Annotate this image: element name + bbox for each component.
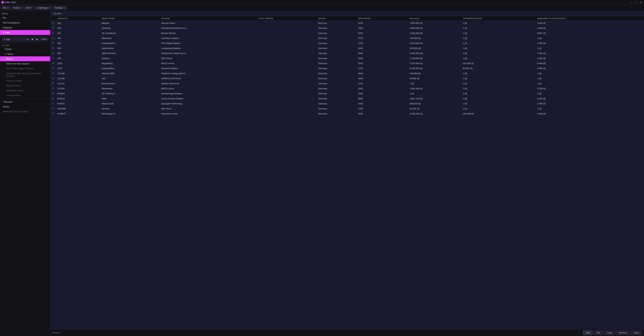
sidebar-item-history[interactable]: History [0, 104, 50, 109]
table-row[interactable]: 101149 Viktoria 1889 Friedrich-Ludwig-Ja… [50, 71, 644, 76]
minimize-button[interactable]: ─ [630, 1, 633, 4]
sidebar-item-test-competitions[interactable]: Test Competitions [0, 20, 50, 25]
table-row[interactable]: 879516 Halle Leuna Chemie Stadion German… [50, 96, 644, 101]
row-radio-4[interactable] [50, 41, 56, 46]
row-region-9 [256, 66, 316, 71]
settings-menu-button[interactable]: Settings ▼ [52, 6, 67, 10]
sidebar-item-registered-teams[interactable]: Registered Teams [0, 88, 50, 93]
league-clear-button[interactable]: Clear [40, 37, 48, 41]
col-stadium[interactable]: STADIUM [160, 17, 256, 21]
table-row[interactable]: 965 Zwickau GGZ Arena Germany 4400 2,140… [50, 56, 644, 61]
swap-button[interactable]: Swap [604, 330, 615, 335]
row-rep-14: 4000 [356, 91, 408, 96]
row-radio-9[interactable] [50, 66, 56, 71]
sidebar-item-teams-for-next-season[interactable]: Teams For Next Season [0, 61, 50, 66]
add-button[interactable]: Add [583, 330, 592, 335]
sidebar-item-reserve-teams[interactable]: Reserve Teams [0, 83, 50, 88]
row-radio-18[interactable] [50, 111, 56, 116]
sidebar-item-file[interactable]: File [0, 16, 50, 20]
table-row[interactable]: 8709077 Würzburger K. Flyeralarm Arena G… [50, 111, 644, 116]
col-short-name[interactable]: SHORT NAME [100, 17, 160, 21]
row-radio-16[interactable] [50, 101, 56, 106]
row-radio-15[interactable] [50, 96, 56, 101]
row-radio-12[interactable] [50, 81, 56, 86]
close-button[interactable]: ✕ [639, 1, 643, 4]
col-balance[interactable]: BALANCE [408, 17, 461, 21]
row-short-15: Halle [100, 96, 160, 101]
maximize-button[interactable]: □ [634, 1, 638, 4]
row-radio-8[interactable] [50, 61, 56, 66]
row-radio-1[interactable] [50, 26, 56, 31]
clear-button[interactable]: Clear [631, 330, 642, 335]
sidebar-item-alt-div[interactable]: Alternative Division Levels [0, 109, 50, 114]
sidebar-item-average-points[interactable]: Average Points [0, 93, 50, 98]
table-row[interactable]: 955 1860 München Städtisches Stadion an … [50, 51, 644, 56]
table-row[interactable]: 937 VfL Osnabrück Bremer Brücke Germany … [50, 31, 644, 36]
sidebar-item-teams-secondary[interactable]: Teams (Secondary Division) [0, 66, 50, 71]
row-radio-5[interactable] [50, 46, 56, 51]
sidebar-item-3liga[interactable]: 3. Liga [0, 30, 50, 35]
edit-menu-button[interactable]: Edit ▼ [24, 6, 34, 10]
col-transfer-budget[interactable]: TRANSFER BUDGET [461, 17, 536, 21]
row-radio-17[interactable] [50, 106, 56, 111]
row-nation-11: Germany [316, 76, 356, 81]
col-local-region[interactable]: LOCAL REGION [256, 17, 316, 21]
sidebar-item-teams-next-secondary[interactable]: Teams For Next Season (Secondary Divisio… [0, 71, 50, 78]
row-transfer-6: 1 (€) [461, 51, 536, 56]
row-stadium-2: Bremer Brücke [160, 31, 256, 36]
row-wage-0: 2,000 (€) [536, 21, 644, 26]
row-wage-17: 1 (€) [536, 106, 644, 111]
row-radio-6[interactable] [50, 51, 56, 56]
table-row[interactable]: 879643 Viktoria Köln Sportpark Höhenberg… [50, 101, 644, 106]
table-row[interactable]: 876844 SC Freiburg II Schwarzwald-Stadio… [50, 91, 644, 96]
col-nation[interactable]: NATION [316, 17, 356, 21]
rules-menu-button[interactable]: Rules ▼ [11, 6, 24, 10]
row-radio-7[interactable] [50, 56, 56, 61]
league-dropdown[interactable]: 3. Liga [2, 37, 29, 42]
app-icon [1, 1, 4, 4]
remove-button[interactable]: Remove [616, 330, 630, 335]
row-radio-13[interactable] [50, 86, 56, 91]
row-radio-14[interactable] [50, 91, 56, 96]
table-row[interactable]: 121208 Wiesbaden BRITA-Arena Germany 500… [50, 86, 644, 91]
row-balance-6: 4,549,999 (€) [408, 51, 461, 56]
sidebar-item-records[interactable]: ›Records [0, 99, 50, 104]
table-row[interactable]: 121196 Verl SPORTCLUB Arena Germany 4150… [50, 76, 644, 81]
teams-table-container[interactable]: UNIQUE ID SHORT NAME STADIUM LOCAL REGIO… [50, 17, 644, 329]
table-row[interactable]: 945 Kaiserslautern Fritz-Walter-Stadion … [50, 41, 644, 46]
sidebar-item-teams[interactable]: Teams [0, 56, 50, 61]
table-row[interactable]: 2233 Magdeburg MDCC-Arena Germany 5000 3… [50, 61, 644, 66]
row-radio-10[interactable] [50, 71, 56, 76]
row-id-4: 945 [56, 41, 100, 46]
challenges-menu-button[interactable]: Challenges ▼ [34, 6, 52, 10]
row-short-6: 1860 München [100, 51, 160, 56]
table-row[interactable]: 933 Duisburg Schauinsland-Reisen-Are... … [50, 26, 644, 31]
table-row[interactable]: 121201 Borussia Dort... Stadion Rote Erd… [50, 81, 644, 86]
col-reputation[interactable]: REPUTATION [356, 17, 408, 21]
table-row[interactable]: 949 Saarbrücken Ludwigsparkstadion Germa… [50, 46, 644, 51]
row-radio-0[interactable] [50, 21, 56, 26]
sidebar-item-teams-in-region[interactable]: Teams In Region [0, 78, 50, 83]
prev-league-button[interactable]: ◀ [30, 37, 34, 42]
table-row[interactable]: 3606389 Havelse HDI-Arena Germany 3750 5… [50, 106, 644, 111]
row-radio-11[interactable] [50, 76, 56, 81]
col-remaining-wage[interactable]: REMAINING PLAYER WAGE B... [536, 17, 644, 21]
table-row[interactable]: 943 Mannheim Carl-Benz-Stadion Germany 4… [50, 36, 644, 41]
sidebar-item-teams-group[interactable]: ∨Teams [0, 52, 50, 56]
row-balance-14: 1 (€) [408, 91, 461, 96]
row-radio-2[interactable] [50, 31, 56, 36]
row-short-18: Würzburger K. [100, 111, 160, 116]
table-header-row: UNIQUE ID SHORT NAME STADIUM LOCAL REGIO… [50, 17, 644, 21]
col-unique-id[interactable]: UNIQUE ID [56, 17, 100, 21]
next-league-button[interactable]: ▶ [35, 37, 39, 42]
edit-button[interactable]: Edit [594, 330, 603, 335]
row-id-12: 121201 [56, 81, 100, 86]
table-row[interactable]: 2237 Eintracht Bra... Eintracht-Stadion … [50, 66, 644, 71]
sidebar-item-database[interactable]: Database [0, 25, 50, 30]
row-radio-3[interactable] [50, 36, 56, 41]
row-region-14 [256, 91, 316, 96]
file-menu-button[interactable]: File ▼ [1, 6, 11, 10]
table-row[interactable]: 919 Meppen Hänsch-Arena Germany 4250 1,8… [50, 21, 644, 26]
sidebar-top-group: MENU File Test Competitions Database 3. … [0, 11, 50, 36]
sidebar-item-details[interactable]: Details [0, 47, 50, 52]
